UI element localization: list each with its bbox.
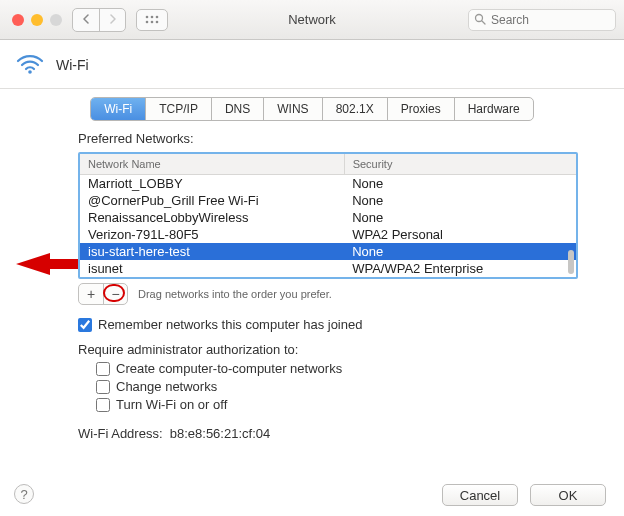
cell-security: None [344, 209, 576, 226]
tab-hardware[interactable]: Hardware [454, 98, 533, 120]
auth-change-networks-label: Change networks [116, 379, 217, 394]
svg-point-2 [156, 15, 159, 18]
cell-network-name: Marriott_LOBBY [80, 175, 344, 192]
tab-wins[interactable]: WINS [263, 98, 321, 120]
table-row[interactable]: Verizon-791L-80F5WPA2 Personal [80, 226, 576, 243]
remember-networks-label: Remember networks this computer has join… [98, 317, 362, 332]
add-remove-segment: + − [78, 283, 128, 305]
cell-security: None [344, 175, 576, 192]
svg-point-6 [476, 14, 483, 21]
scrollbar[interactable] [567, 176, 575, 276]
wifi-icon [16, 52, 44, 78]
content: Preferred Networks: Network Name Securit… [0, 131, 624, 441]
table-header: Network Name Security [80, 154, 576, 175]
tabs: Wi-FiTCP/IPDNSWINS802.1XProxiesHardware [0, 97, 624, 121]
col-security[interactable]: Security [345, 154, 576, 174]
preferred-networks-label: Preferred Networks: [78, 131, 578, 146]
cell-network-name: isunet [80, 260, 344, 277]
footer: Cancel OK [442, 484, 606, 506]
cell-security: WPA2 Personal [344, 226, 576, 243]
table-row[interactable]: Marriott_LOBBYNone [80, 175, 576, 192]
tab-dns[interactable]: DNS [211, 98, 263, 120]
titlebar: Network [0, 0, 624, 40]
wifi-address-value: b8:e8:56:21:cf:04 [170, 426, 270, 441]
require-auth-label: Require administrator authorization to: [78, 342, 578, 357]
svg-marker-9 [16, 253, 78, 275]
svg-point-5 [156, 20, 159, 23]
remove-network-button[interactable]: − [103, 284, 127, 304]
auth-change-networks-checkbox[interactable]: Change networks [96, 379, 578, 394]
window-title: Network [288, 12, 336, 27]
tab-wi-fi[interactable]: Wi-Fi [91, 98, 145, 120]
cell-security: WPA/WPA2 Enterprise [344, 260, 576, 277]
cell-network-name: RenaissanceLobbyWireless [80, 209, 344, 226]
ok-button[interactable]: OK [530, 484, 606, 506]
search-icon [474, 13, 486, 28]
reorder-hint: Drag networks into the order you prefer. [138, 288, 332, 300]
auth-toggle-wifi-checkbox[interactable]: Turn Wi-Fi on or off [96, 397, 578, 412]
search-field-wrap [468, 9, 616, 31]
nav-segment [72, 8, 126, 32]
tab-proxies[interactable]: Proxies [387, 98, 454, 120]
interface-name: Wi-Fi [56, 57, 89, 73]
tab-tcp-ip[interactable]: TCP/IP [145, 98, 211, 120]
svg-point-3 [146, 20, 149, 23]
table-row[interactable]: RenaissanceLobbyWirelessNone [80, 209, 576, 226]
cell-security: None [344, 243, 576, 260]
cell-network-name: isu-start-here-test [80, 243, 344, 260]
window-controls [12, 14, 62, 26]
auth-create-c2c-checkbox[interactable]: Create computer-to-computer networks [96, 361, 578, 376]
search-input[interactable] [468, 9, 616, 31]
svg-point-0 [146, 15, 149, 18]
table-row[interactable]: isunetWPA/WPA2 Enterprise [80, 260, 576, 277]
auth-create-c2c-label: Create computer-to-computer networks [116, 361, 342, 376]
close-icon[interactable] [12, 14, 24, 26]
back-button[interactable] [73, 9, 99, 31]
svg-point-8 [28, 70, 32, 74]
cell-security: None [344, 192, 576, 209]
add-network-button[interactable]: + [79, 284, 103, 304]
table-body[interactable]: Marriott_LOBBYNone@CornerPub_Grill Free … [80, 175, 576, 277]
cancel-button[interactable]: Cancel [442, 484, 518, 506]
table-controls: + − Drag networks into the order you pre… [78, 283, 578, 305]
svg-point-4 [151, 20, 154, 23]
minimize-icon[interactable] [31, 14, 43, 26]
remember-networks-checkbox[interactable]: Remember networks this computer has join… [78, 317, 578, 332]
svg-line-7 [482, 21, 485, 24]
maximize-icon [50, 14, 62, 26]
help-button[interactable]: ? [14, 484, 34, 504]
table-row[interactable]: isu-start-here-testNone [80, 243, 576, 260]
wifi-address-label: Wi-Fi Address: [78, 426, 163, 441]
cell-network-name: Verizon-791L-80F5 [80, 226, 344, 243]
show-all-button[interactable] [136, 9, 168, 31]
table-row[interactable]: @CornerPub_Grill Free Wi-FiNone [80, 192, 576, 209]
preferred-networks-table: Network Name Security Marriott_LOBBYNone… [78, 152, 578, 279]
svg-point-1 [151, 15, 154, 18]
forward-button[interactable] [99, 9, 125, 31]
cell-network-name: @CornerPub_Grill Free Wi-Fi [80, 192, 344, 209]
pane-header: Wi-Fi [0, 42, 624, 89]
col-network-name[interactable]: Network Name [80, 154, 345, 174]
annotation-arrow [16, 250, 78, 282]
tab-802-1x[interactable]: 802.1X [322, 98, 387, 120]
auth-toggle-wifi-label: Turn Wi-Fi on or off [116, 397, 227, 412]
wifi-address-row: Wi-Fi Address: b8:e8:56:21:cf:04 [78, 426, 578, 441]
